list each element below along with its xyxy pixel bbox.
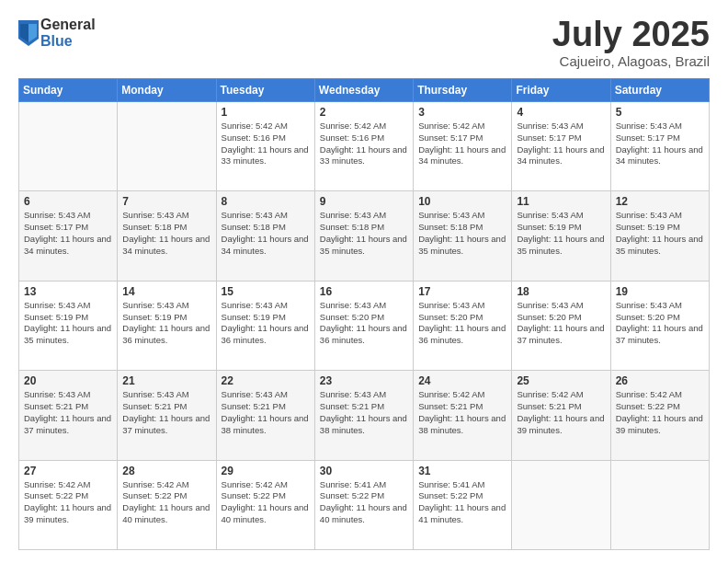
day-detail: Sunrise: 5:42 AM Sunset: 5:16 PM Dayligh… bbox=[320, 121, 408, 167]
day-number: 8 bbox=[222, 195, 310, 208]
day-number: 22 bbox=[222, 374, 310, 387]
day-of-week-saturday: Saturday bbox=[610, 79, 709, 102]
location: Cajueiro, Alagoas, Brazil bbox=[552, 53, 710, 69]
day-cell: 7Sunrise: 5:43 AM Sunset: 5:18 PM Daylig… bbox=[118, 191, 216, 281]
week-row-2: 6Sunrise: 5:43 AM Sunset: 5:17 PM Daylig… bbox=[19, 191, 710, 281]
day-detail: Sunrise: 5:42 AM Sunset: 5:16 PM Dayligh… bbox=[222, 121, 310, 167]
day-detail: Sunrise: 5:43 AM Sunset: 5:18 PM Dayligh… bbox=[222, 210, 310, 257]
day-cell: 1Sunrise: 5:42 AM Sunset: 5:16 PM Daylig… bbox=[216, 102, 314, 191]
day-number: 2 bbox=[320, 106, 408, 119]
day-detail: Sunrise: 5:43 AM Sunset: 5:18 PM Dayligh… bbox=[122, 210, 210, 257]
day-cell: 29Sunrise: 5:42 AM Sunset: 5:22 PM Dayli… bbox=[216, 460, 314, 549]
day-of-week-wednesday: Wednesday bbox=[314, 79, 413, 102]
day-number: 21 bbox=[122, 374, 210, 387]
day-detail: Sunrise: 5:42 AM Sunset: 5:22 PM Dayligh… bbox=[24, 479, 112, 526]
day-cell: 14Sunrise: 5:43 AM Sunset: 5:19 PM Dayli… bbox=[118, 281, 216, 370]
day-detail: Sunrise: 5:42 AM Sunset: 5:21 PM Dayligh… bbox=[418, 389, 506, 436]
day-detail: Sunrise: 5:42 AM Sunset: 5:22 PM Dayligh… bbox=[616, 389, 704, 436]
day-of-week-sunday: Sunday bbox=[19, 79, 118, 102]
day-cell: 23Sunrise: 5:43 AM Sunset: 5:21 PM Dayli… bbox=[314, 371, 413, 460]
day-detail: Sunrise: 5:43 AM Sunset: 5:21 PM Dayligh… bbox=[122, 389, 210, 436]
day-detail: Sunrise: 5:43 AM Sunset: 5:17 PM Dayligh… bbox=[616, 121, 704, 167]
day-number: 7 bbox=[122, 195, 210, 208]
day-number: 14 bbox=[122, 285, 210, 298]
page: General Blue July 2025 Cajueiro, Alagoas… bbox=[0, 0, 728, 563]
day-detail: Sunrise: 5:43 AM Sunset: 5:18 PM Dayligh… bbox=[320, 210, 408, 257]
day-number: 1 bbox=[222, 106, 310, 119]
day-number: 20 bbox=[24, 374, 112, 387]
day-cell: 18Sunrise: 5:43 AM Sunset: 5:20 PM Dayli… bbox=[512, 281, 610, 370]
day-number: 17 bbox=[418, 285, 506, 298]
day-cell: 17Sunrise: 5:43 AM Sunset: 5:20 PM Dayli… bbox=[414, 281, 512, 370]
calendar-body: 1Sunrise: 5:42 AM Sunset: 5:16 PM Daylig… bbox=[19, 102, 710, 550]
day-cell: 31Sunrise: 5:41 AM Sunset: 5:22 PM Dayli… bbox=[414, 460, 512, 549]
day-number: 11 bbox=[517, 195, 605, 208]
day-cell: 5Sunrise: 5:43 AM Sunset: 5:17 PM Daylig… bbox=[610, 102, 709, 191]
day-number: 25 bbox=[517, 374, 605, 387]
day-number: 4 bbox=[517, 106, 605, 119]
day-number: 29 bbox=[222, 465, 310, 477]
day-cell: 13Sunrise: 5:43 AM Sunset: 5:19 PM Dayli… bbox=[19, 281, 118, 370]
day-number: 16 bbox=[320, 285, 408, 298]
day-detail: Sunrise: 5:43 AM Sunset: 5:20 PM Dayligh… bbox=[517, 300, 605, 347]
day-detail: Sunrise: 5:43 AM Sunset: 5:19 PM Dayligh… bbox=[517, 210, 605, 257]
day-number: 23 bbox=[320, 374, 408, 387]
day-detail: Sunrise: 5:43 AM Sunset: 5:21 PM Dayligh… bbox=[222, 389, 310, 436]
day-detail: Sunrise: 5:43 AM Sunset: 5:17 PM Dayligh… bbox=[517, 121, 605, 167]
day-cell: 25Sunrise: 5:42 AM Sunset: 5:21 PM Dayli… bbox=[512, 371, 610, 460]
week-row-4: 20Sunrise: 5:43 AM Sunset: 5:21 PM Dayli… bbox=[19, 371, 710, 460]
day-number: 26 bbox=[616, 374, 704, 387]
day-cell: 21Sunrise: 5:43 AM Sunset: 5:21 PM Dayli… bbox=[118, 371, 216, 460]
day-number: 19 bbox=[616, 285, 704, 298]
week-row-3: 13Sunrise: 5:43 AM Sunset: 5:19 PM Dayli… bbox=[19, 281, 710, 370]
day-of-week-tuesday: Tuesday bbox=[216, 79, 314, 102]
day-cell bbox=[118, 102, 216, 191]
logo-blue-text: Blue bbox=[40, 33, 96, 50]
day-of-week-thursday: Thursday bbox=[414, 79, 512, 102]
day-cell: 30Sunrise: 5:41 AM Sunset: 5:22 PM Dayli… bbox=[314, 460, 413, 549]
day-cell: 27Sunrise: 5:42 AM Sunset: 5:22 PM Dayli… bbox=[19, 460, 118, 549]
day-detail: Sunrise: 5:43 AM Sunset: 5:19 PM Dayligh… bbox=[122, 300, 210, 347]
day-cell bbox=[512, 460, 610, 549]
day-cell: 4Sunrise: 5:43 AM Sunset: 5:17 PM Daylig… bbox=[512, 102, 610, 191]
day-cell: 24Sunrise: 5:42 AM Sunset: 5:21 PM Dayli… bbox=[414, 371, 512, 460]
month-title: July 2025 bbox=[552, 17, 710, 52]
title-block: July 2025 Cajueiro, Alagoas, Brazil bbox=[552, 17, 710, 69]
day-number: 30 bbox=[320, 465, 408, 477]
day-number: 31 bbox=[418, 465, 506, 477]
day-detail: Sunrise: 5:43 AM Sunset: 5:17 PM Dayligh… bbox=[24, 210, 112, 257]
day-cell: 12Sunrise: 5:43 AM Sunset: 5:19 PM Dayli… bbox=[610, 191, 709, 281]
day-detail: Sunrise: 5:43 AM Sunset: 5:19 PM Dayligh… bbox=[616, 210, 704, 257]
day-cell: 20Sunrise: 5:43 AM Sunset: 5:21 PM Dayli… bbox=[19, 371, 118, 460]
day-number: 15 bbox=[222, 285, 310, 298]
day-number: 28 bbox=[122, 465, 210, 477]
day-number: 18 bbox=[517, 285, 605, 298]
header: General Blue July 2025 Cajueiro, Alagoas… bbox=[18, 17, 710, 69]
day-detail: Sunrise: 5:42 AM Sunset: 5:21 PM Dayligh… bbox=[517, 389, 605, 436]
logo: General Blue bbox=[18, 17, 96, 49]
day-cell: 16Sunrise: 5:43 AM Sunset: 5:20 PM Dayli… bbox=[314, 281, 413, 370]
day-cell: 10Sunrise: 5:43 AM Sunset: 5:18 PM Dayli… bbox=[414, 191, 512, 281]
day-cell: 19Sunrise: 5:43 AM Sunset: 5:20 PM Dayli… bbox=[610, 281, 709, 370]
day-cell: 9Sunrise: 5:43 AM Sunset: 5:18 PM Daylig… bbox=[314, 191, 413, 281]
day-detail: Sunrise: 5:41 AM Sunset: 5:22 PM Dayligh… bbox=[418, 479, 506, 526]
day-cell: 8Sunrise: 5:43 AM Sunset: 5:18 PM Daylig… bbox=[216, 191, 314, 281]
day-number: 10 bbox=[418, 195, 506, 208]
logo-general-text: General bbox=[40, 17, 96, 33]
day-cell: 26Sunrise: 5:42 AM Sunset: 5:22 PM Dayli… bbox=[610, 371, 709, 460]
day-cell: 6Sunrise: 5:43 AM Sunset: 5:17 PM Daylig… bbox=[19, 191, 118, 281]
day-of-week-monday: Monday bbox=[118, 79, 216, 102]
day-detail: Sunrise: 5:42 AM Sunset: 5:22 PM Dayligh… bbox=[122, 479, 210, 526]
day-detail: Sunrise: 5:41 AM Sunset: 5:22 PM Dayligh… bbox=[320, 479, 408, 526]
day-number: 27 bbox=[24, 465, 112, 477]
day-detail: Sunrise: 5:43 AM Sunset: 5:18 PM Dayligh… bbox=[418, 210, 506, 257]
day-detail: Sunrise: 5:43 AM Sunset: 5:21 PM Dayligh… bbox=[320, 389, 408, 436]
day-number: 3 bbox=[418, 106, 506, 119]
day-of-week-friday: Friday bbox=[512, 79, 610, 102]
day-cell: 2Sunrise: 5:42 AM Sunset: 5:16 PM Daylig… bbox=[314, 102, 413, 191]
day-detail: Sunrise: 5:43 AM Sunset: 5:19 PM Dayligh… bbox=[24, 300, 112, 347]
logo-text: General Blue bbox=[40, 17, 96, 49]
day-cell: 15Sunrise: 5:43 AM Sunset: 5:19 PM Dayli… bbox=[216, 281, 314, 370]
day-cell bbox=[19, 102, 118, 191]
calendar: SundayMondayTuesdayWednesdayThursdayFrid… bbox=[18, 78, 710, 550]
